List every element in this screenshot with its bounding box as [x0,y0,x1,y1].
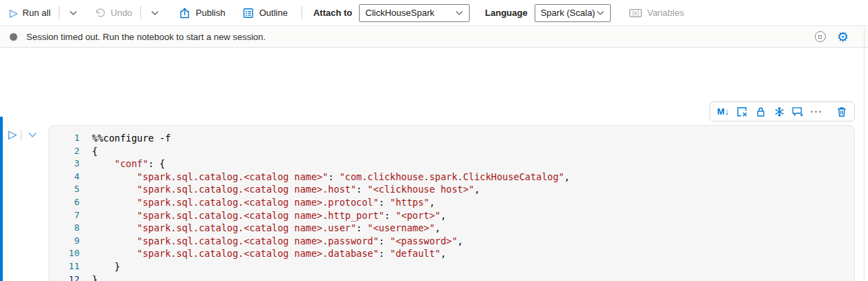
code-line[interactable]: 3 "conf": { [49,157,854,171]
code-line[interactable]: 6 "spark.sql.catalog.<catalog name>.prot… [49,196,854,209]
code-line[interactable]: 1%%configure -f [49,132,854,145]
code-editor[interactable]: 1%%configure -f2{3 "conf": {4 "spark.sql… [48,125,855,281]
attach-to-label: Attach to [313,8,352,18]
code-text[interactable]: "spark.sql.catalog.<catalog name>.protoc… [92,196,435,209]
code-text[interactable]: "spark.sql.catalog.<catalog name>.user":… [92,222,441,235]
toolbar-divider [302,6,302,19]
run-cell-button[interactable]: ▷ [7,129,21,140]
code-area: 1%%configure -f2{3 "conf": {4 "spark.sql… [49,132,854,281]
chevron-down-icon [69,10,77,16]
code-text[interactable]: "spark.sql.catalog.<catalog name>.host":… [92,183,480,196]
undo-options-chevron[interactable] [147,8,163,19]
variables-icon: (x) [629,8,643,19]
chevron-down-icon [455,10,463,16]
settings-gear-icon[interactable]: ⚙ [837,30,849,43]
line-number: 11 [49,260,80,273]
undo-label: Undo [111,8,132,18]
delete-icon[interactable] [832,103,851,120]
code-text[interactable]: { [92,145,98,158]
collapse-cell-chevron[interactable] [21,132,37,138]
session-status-bar: Session timed out. Run the notebook to s… [0,26,868,48]
code-text[interactable]: "spark.sql.catalog.<catalog name>.http_p… [92,209,446,222]
notebook-app: ▷ Run all Undo Publish [0,0,868,281]
attach-to-value: ClickHouseSpark [365,8,434,18]
stop-square-icon [818,35,822,39]
code-line[interactable]: 4 "spark.sql.catalog.<catalog name>": "c… [49,171,854,184]
line-number: 2 [49,145,80,158]
outline-button[interactable]: Outline [239,4,290,22]
chevron-down-icon [151,10,159,16]
code-text[interactable]: } [92,273,98,281]
add-comment-icon[interactable] [788,103,807,120]
cell-run-controls: ▷ [7,129,37,140]
code-line[interactable]: 8 "spark.sql.catalog.<catalog name>.user… [49,222,854,235]
lock-icon[interactable] [751,103,770,120]
session-message: Session timed out. Run the notebook to s… [26,32,266,42]
notebook-toolbar: ▷ Run all Undo Publish [0,0,868,26]
outline-icon [242,7,255,19]
code-text[interactable]: %%configure -f [92,132,171,145]
line-number: 8 [49,222,80,235]
code-text[interactable]: "spark.sql.catalog.<catalog name>.passwo… [92,235,463,248]
play-icon: ▷ [10,8,18,18]
line-number: 1 [49,132,80,145]
line-number: 6 [49,196,80,209]
variables-label: Variables [647,8,684,18]
run-all-label: Run all [23,8,50,18]
code-text[interactable]: } [92,260,120,273]
svg-text:(x): (x) [632,10,639,17]
line-number: 7 [49,209,80,222]
stop-session-icon[interactable] [815,31,826,42]
toolbar-divider [59,6,59,19]
run-all-button[interactable]: ▷ Run all [7,5,53,21]
publish-icon [178,7,191,19]
language-value: Spark (Scala) [541,8,595,18]
attach-to-dropdown[interactable]: ClickHouseSpark [359,4,470,22]
code-line[interactable]: 2{ [49,145,854,158]
code-text[interactable]: "conf": { [92,157,165,171]
publish-button[interactable]: Publish [176,4,228,22]
session-status-dot-icon [10,33,17,41]
publish-label: Publish [196,8,225,18]
line-number: 5 [49,183,80,196]
chevron-down-icon [28,132,37,138]
code-line[interactable]: 9 "spark.sql.catalog.<catalog name>.pass… [49,235,854,248]
undo-icon [94,7,106,19]
line-number: 4 [49,171,80,184]
language-label: Language [485,8,527,18]
panel-edge-divider [864,26,865,281]
clear-output-icon[interactable] [732,103,751,120]
code-text[interactable]: "spark.sql.catalog.<catalog name>.databa… [92,247,446,260]
cell-selection-bar [0,117,3,281]
outline-label: Outline [259,8,288,18]
undo-button[interactable]: Undo [91,4,135,21]
toolbar-divider [140,6,141,19]
language-dropdown[interactable]: Spark (Scala) [535,4,611,22]
chevron-down-icon [596,10,604,16]
freeze-icon[interactable] [770,103,788,120]
markdown-icon[interactable]: M↓ [714,103,732,120]
code-text[interactable]: "spark.sql.catalog.<catalog name>": "com… [92,171,570,184]
line-number: 9 [49,235,80,248]
variables-button[interactable]: (x) Variables [626,5,687,21]
code-line[interactable]: 5 "spark.sql.catalog.<catalog name>.host… [49,183,854,196]
notebook-body: M↓ ··· ▷ [0,48,868,281]
code-line[interactable]: 10 "spark.sql.catalog.<catalog name>.dat… [49,247,854,260]
line-number: 3 [49,157,80,171]
more-icon[interactable]: ··· [807,103,826,120]
line-number: 12 [49,273,80,281]
run-all-options-chevron[interactable] [65,8,82,19]
line-number: 10 [49,247,80,260]
code-line[interactable]: 7 "spark.sql.catalog.<catalog name>.http… [49,209,854,222]
cell-toolbar: M↓ ··· [710,101,855,122]
code-line[interactable]: 11 } [49,260,854,273]
code-line[interactable]: 12} [49,273,854,281]
